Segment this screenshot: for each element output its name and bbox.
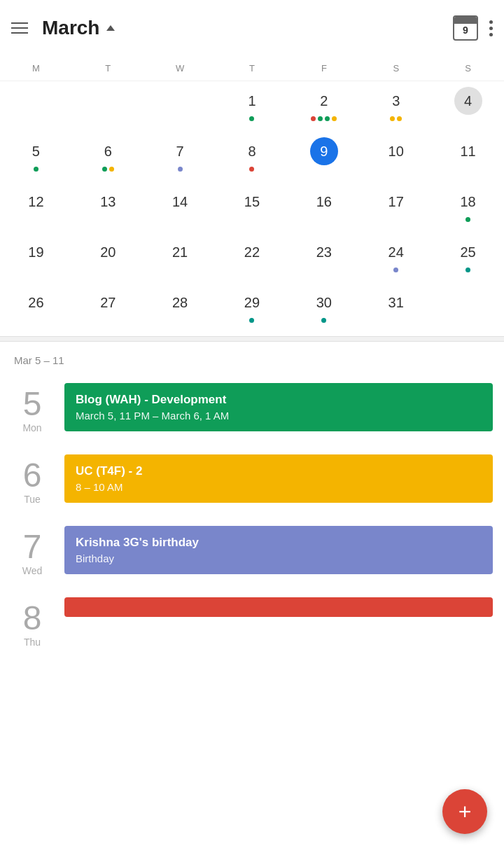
day-number: 2 xyxy=(310,87,338,115)
yellow-dot xyxy=(332,116,337,121)
day-number: 5 xyxy=(22,137,50,165)
event-day-row: 6TueUC (T4F) - 28 – 10 AM xyxy=(0,447,504,519)
calendar-day[interactable]: 30 xyxy=(288,283,360,333)
event-day-row: 5MonBlog (WAH) - DevelopmentMarch 5, 11 … xyxy=(0,376,504,447)
yellow-dot xyxy=(397,116,402,121)
day-number: 12 xyxy=(22,188,50,216)
calendar-day[interactable]: 27 xyxy=(72,283,144,333)
event-card[interactable]: Krishna 3G's birthdayBirthday xyxy=(64,526,493,574)
header-icons: 9 xyxy=(453,15,493,41)
day-number: 3 xyxy=(382,87,410,115)
day-number: 10 xyxy=(382,137,410,165)
day-number xyxy=(166,87,194,115)
calendar-day xyxy=(432,283,504,333)
event-date-day: Mon xyxy=(22,422,41,433)
red-dot xyxy=(249,167,254,172)
event-time: Birthday xyxy=(76,552,482,564)
event-card[interactable]: Blog (WAH) - DevelopmentMarch 5, 11 PM –… xyxy=(64,383,493,431)
calendar-day xyxy=(72,81,144,132)
day-number: 4 xyxy=(454,87,482,115)
calendar-day[interactable]: 31 xyxy=(360,283,432,333)
green-dot xyxy=(318,116,323,121)
event-card[interactable]: UC (T4F) - 28 – 10 AM xyxy=(64,454,493,503)
week-range-label: Mar 5 – 11 xyxy=(0,342,504,376)
calendar-day[interactable]: 23 xyxy=(288,232,360,283)
calendar-day[interactable]: 24 xyxy=(360,232,432,283)
calendar-day[interactable]: 1 xyxy=(216,81,288,132)
day-number: 9 xyxy=(310,137,338,165)
calendar-day[interactable]: 11 xyxy=(432,132,504,182)
calendar-day[interactable]: 8 xyxy=(216,132,288,182)
event-title: UC (T4F) - 2 xyxy=(76,464,482,478)
day-header-t: T xyxy=(72,59,144,78)
calendar-day[interactable]: 13 xyxy=(72,182,144,232)
calendar-day[interactable]: 9 xyxy=(288,132,360,182)
add-event-fab[interactable]: + xyxy=(442,789,487,834)
calendar-day[interactable]: 16 xyxy=(288,182,360,232)
calendar-day[interactable]: 18 xyxy=(432,182,504,232)
calendar-day[interactable]: 6 xyxy=(72,132,144,182)
day-number: 21 xyxy=(166,238,194,266)
purple-dot xyxy=(178,167,183,172)
calendar-day[interactable]: 14 xyxy=(144,182,216,232)
month-label: March xyxy=(42,17,99,39)
calendar-day[interactable]: 4 xyxy=(432,81,504,132)
today-date-number: 9 xyxy=(463,25,468,35)
event-date-day: Tue xyxy=(24,494,41,505)
calendar-day[interactable]: 12 xyxy=(0,182,72,232)
event-date-column: 5Mon xyxy=(11,383,53,433)
event-date-number: 6 xyxy=(23,459,42,492)
day-number: 15 xyxy=(238,188,266,216)
event-date-day: Thu xyxy=(24,637,41,648)
day-number: 29 xyxy=(238,289,266,317)
day-number: 23 xyxy=(310,238,338,266)
yellow-dot xyxy=(390,116,395,121)
day-header-t: T xyxy=(216,59,288,78)
day-number: 31 xyxy=(382,289,410,317)
teal-dot xyxy=(321,318,326,323)
purple-dot xyxy=(393,267,398,272)
today-button[interactable]: 9 xyxy=(453,15,478,41)
event-date-day: Wed xyxy=(22,565,43,576)
day-number: 6 xyxy=(94,137,122,165)
day-header-f: F xyxy=(288,59,360,78)
calendar-day[interactable]: 19 xyxy=(0,232,72,283)
calendar-day[interactable]: 5 xyxy=(0,132,72,182)
calendar-day[interactable]: 3 xyxy=(360,81,432,132)
calendar-day[interactable]: 25 xyxy=(432,232,504,283)
teal-dot xyxy=(465,267,470,272)
calendar-day[interactable]: 20 xyxy=(72,232,144,283)
calendar-day[interactable]: 10 xyxy=(360,132,432,182)
calendar-day[interactable]: 7 xyxy=(144,132,216,182)
event-time: March 5, 11 PM – March 6, 1 AM xyxy=(76,410,482,422)
day-number xyxy=(22,87,50,115)
calendar-day[interactable]: 29 xyxy=(216,283,288,333)
add-icon: + xyxy=(458,800,472,823)
day-header-m: M xyxy=(0,59,72,78)
calendar-day[interactable]: 21 xyxy=(144,232,216,283)
collapse-arrow-icon xyxy=(106,25,115,31)
month-title[interactable]: March xyxy=(42,17,453,39)
green-dot xyxy=(102,167,107,172)
calendar-day[interactable]: 17 xyxy=(360,182,432,232)
calendar-day[interactable]: 2 xyxy=(288,81,360,132)
day-header-w: W xyxy=(144,59,216,78)
day-number: 28 xyxy=(166,289,194,317)
app-header: March 9 xyxy=(0,0,504,56)
day-number: 11 xyxy=(454,137,482,165)
calendar-day[interactable]: 15 xyxy=(216,182,288,232)
more-options-button[interactable] xyxy=(489,20,493,36)
day-number: 7 xyxy=(166,137,194,165)
day-number: 18 xyxy=(454,188,482,216)
calendar-day[interactable]: 22 xyxy=(216,232,288,283)
green-dot xyxy=(249,116,254,121)
event-card-partial[interactable] xyxy=(64,597,493,617)
event-date-number: 7 xyxy=(23,530,42,564)
event-title: Blog (WAH) - Development xyxy=(76,393,482,407)
event-date-number: 8 xyxy=(23,602,42,635)
calendar-day[interactable]: 26 xyxy=(0,283,72,333)
calendar-day[interactable]: 28 xyxy=(144,283,216,333)
day-number: 1 xyxy=(238,87,266,115)
hamburger-menu-button[interactable] xyxy=(11,22,28,34)
green-dot xyxy=(34,167,38,172)
